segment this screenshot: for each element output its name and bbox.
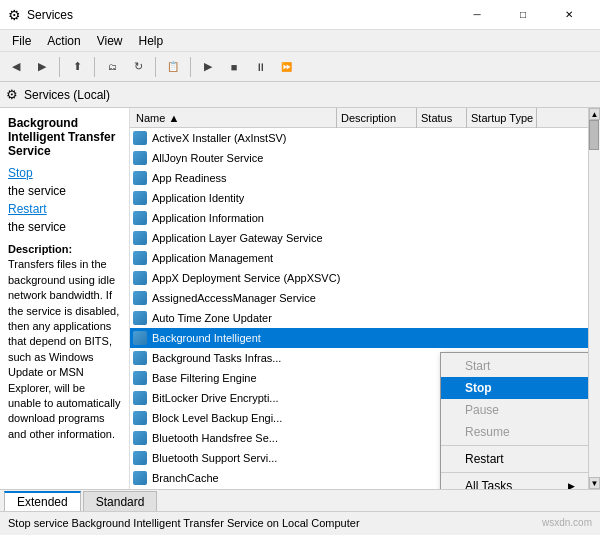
tab-extended[interactable]: Extended [4,491,81,511]
col-name[interactable]: Name ▲ [132,108,337,128]
service-icon [132,390,148,406]
service-name: Application Information [152,212,264,224]
tab-standard[interactable]: Standard [83,491,158,511]
context-menu: StartStopPauseResumeRestartAll Tasks▶Ref… [440,352,588,489]
service-icon-img [133,171,147,185]
context-menu-item-label: Restart [465,452,504,466]
window-title: Services [27,8,454,22]
statusbar: Stop service Background Intelligent Tran… [0,511,600,533]
properties-button[interactable]: 📋 [161,55,185,79]
stop-service-label: the service [8,184,66,198]
service-row[interactable]: AppX Deployment Service (AppXSVC) [130,268,588,288]
main-container: Background Intelligent Transfer Service … [0,108,600,489]
service-icon [132,450,148,466]
menu-help[interactable]: Help [131,30,172,52]
service-name: Bluetooth Handsfree Se... [152,432,278,444]
service-icon [132,250,148,266]
service-row[interactable]: Application Management [130,248,588,268]
col-description[interactable]: Description [337,108,417,128]
service-row[interactable]: ActiveX Installer (AxInstSV) [130,128,588,148]
service-row[interactable]: Application Identity [130,188,588,208]
context-menu-sep [441,472,588,473]
service-name: BranchCache [152,472,219,484]
scroll-up-arrow[interactable]: ▲ [589,108,600,120]
context-menu-item-label: Pause [465,403,499,417]
maximize-button[interactable]: □ [500,0,546,30]
desc-text: Transfers files in the background using … [8,258,121,439]
play-button[interactable]: ▶ [196,55,220,79]
service-icon [132,270,148,286]
restart-button[interactable]: ⏩ [274,55,298,79]
scrollbar-vertical[interactable]: ▲ ▼ [588,108,600,489]
scroll-down-arrow[interactable]: ▼ [589,477,600,489]
service-icon-img [133,471,147,485]
service-row[interactable]: Background Intelligent [130,328,588,348]
service-icon [132,130,148,146]
titlebar: ⚙ Services ─ □ ✕ [0,0,600,30]
refresh-button[interactable]: ↻ [126,55,150,79]
service-icon-img [133,191,147,205]
service-icon [132,350,148,366]
col-startup[interactable]: Startup Type [467,108,537,128]
service-icon-img [133,451,147,465]
context-menu-item-resume: Resume [441,421,588,443]
scroll-thumb[interactable] [589,120,599,150]
forward-button[interactable]: ▶ [30,55,54,79]
service-name: Block Level Backup Engi... [152,412,282,424]
service-name: Application Layer Gateway Service [152,232,323,244]
menu-file[interactable]: File [4,30,39,52]
service-name: Application Management [152,252,273,264]
context-menu-item-stop[interactable]: Stop [441,377,588,399]
context-menu-item-label: Stop [465,381,492,395]
service-icon-img [133,351,147,365]
context-menu-item-label: Resume [465,425,510,439]
services-local-icon: ⚙ [6,87,18,102]
service-name: Background Tasks Infras... [152,352,281,364]
context-menu-item-label: All Tasks [465,479,512,489]
service-row[interactable]: Auto Time Zone Updater [130,308,588,328]
desc-label: Description: [8,243,72,255]
back-button[interactable]: ◀ [4,55,28,79]
service-name: AppX Deployment Service (AppXSVC) [152,272,340,284]
service-icon-img [133,371,147,385]
restart-service-link[interactable]: Restart [8,202,121,216]
service-icon-img [133,331,147,345]
service-name: AssignedAccessManager Service [152,292,316,304]
service-icon-img [133,291,147,305]
service-row[interactable]: AssignedAccessManager Service [130,288,588,308]
context-menu-item-restart[interactable]: Restart [441,448,588,470]
menu-action[interactable]: Action [39,30,88,52]
service-name: Application Identity [152,192,244,204]
service-icon-img [133,131,147,145]
col-status[interactable]: Status [417,108,467,128]
stop-button[interactable]: ■ [222,55,246,79]
show-hide-tree-button[interactable]: 🗂 [100,55,124,79]
service-icon-img [133,431,147,445]
minimize-button[interactable]: ─ [454,0,500,30]
service-row[interactable]: App Readiness [130,168,588,188]
addressbar-text: Services (Local) [24,88,110,102]
services-panel: Name ▲ Description Status Startup Type A… [130,108,588,489]
up-button[interactable]: ⬆ [65,55,89,79]
services-list: ActiveX Installer (AxInstSV)AllJoyn Rout… [130,128,588,489]
stop-service-link[interactable]: Stop [8,166,121,180]
context-menu-item-start: Start [441,355,588,377]
window-controls: ─ □ ✕ [454,0,592,30]
scroll-track[interactable] [589,120,600,477]
service-icon-img [133,251,147,265]
service-icon [132,470,148,486]
service-row[interactable]: AllJoyn Router Service [130,148,588,168]
toolbar-sep-4 [190,57,191,77]
close-button[interactable]: ✕ [546,0,592,30]
service-row[interactable]: Application Information [130,208,588,228]
toolbar-sep-1 [59,57,60,77]
pause-button[interactable]: ⏸ [248,55,272,79]
service-icon [132,150,148,166]
menu-view[interactable]: View [89,30,131,52]
bottom-tabs: Extended Standard [0,489,600,511]
service-icon [132,410,148,426]
service-icon-img [133,411,147,425]
context-menu-item-all-tasks[interactable]: All Tasks▶ [441,475,588,489]
service-row[interactable]: Application Layer Gateway Service [130,228,588,248]
service-icon [132,310,148,326]
